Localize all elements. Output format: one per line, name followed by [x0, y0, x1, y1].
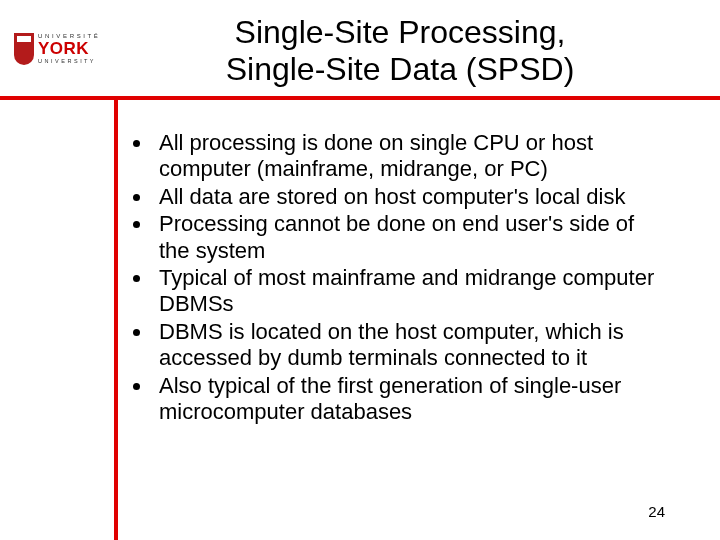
list-item: DBMS is located on the host computer, wh… [153, 319, 670, 372]
title-line-2: Single-Site Data (SPSD) [226, 51, 575, 87]
list-item: All processing is done on single CPU or … [153, 130, 670, 183]
bullet-list: All processing is done on single CPU or … [125, 130, 670, 425]
list-item: Typical of most mainframe and midrange c… [153, 265, 670, 318]
title-line-1: Single-Site Processing, [235, 14, 566, 50]
slide-title: Single-Site Processing, Single-Site Data… [120, 14, 680, 88]
list-item: All data are stored on host computer's l… [153, 184, 670, 210]
logo-bottom-text: U N I V E R S I T Y [38, 59, 98, 65]
logo-main-text: YORK [38, 40, 98, 57]
logo-text: U N I V E R S I T É YORK U N I V E R S I… [38, 33, 98, 65]
content-area: All processing is done on single CPU or … [125, 130, 670, 426]
list-item: Processing cannot be done on end user's … [153, 211, 670, 264]
york-university-logo: U N I V E R S I T É YORK U N I V E R S I… [14, 30, 112, 68]
divider-horizontal [0, 96, 720, 100]
slide: U N I V E R S I T É YORK U N I V E R S I… [0, 0, 720, 540]
page-number: 24 [648, 503, 665, 520]
divider-vertical [114, 96, 118, 540]
list-item: Also typical of the first generation of … [153, 373, 670, 426]
crest-icon [14, 33, 34, 65]
